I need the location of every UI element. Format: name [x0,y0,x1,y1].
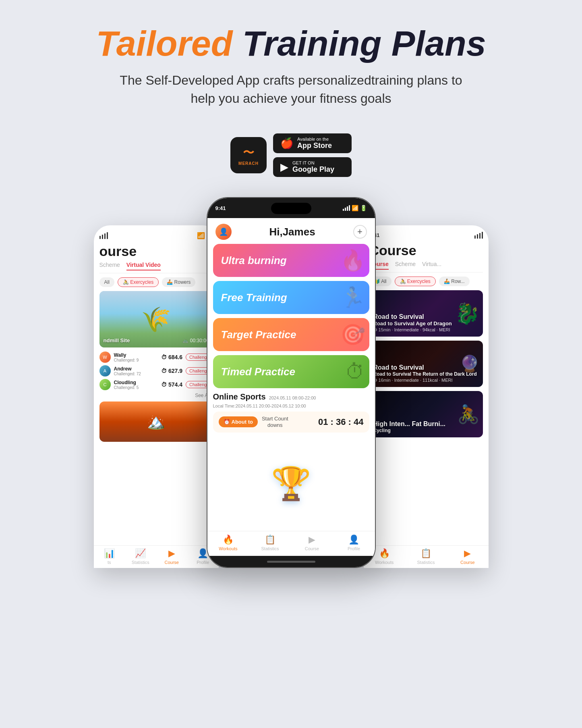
googleplay-text: GET IT ON Google Play [292,160,334,174]
store-column: 🍎 Available on the App Store ▶ GET IT ON… [273,133,352,177]
signal-bars [343,205,350,211]
card-timed-deco: ⏱ [345,360,365,383]
statistics-icon: 📋 [265,535,275,545]
card-ultra-deco: 🔥 [340,249,365,272]
left-phone-nav: 📊 ts 📈 Statistics ▶ Course 👤 Profile [94,545,219,568]
right-tab-scheme[interactable]: Scheme [395,261,416,270]
card-free-training[interactable]: Free Training 🏃 [213,281,369,314]
right-workouts-label: Workouts [375,560,394,565]
leader-info-2: Andrew Challenged: 72 [114,366,141,376]
course-meta-1: ⚙ 15min · Intermediate · 94kcal · MERI [373,327,452,333]
online-sports-title: Online Sports [213,392,266,401]
center-nav-workouts[interactable]: 🔥 Workouts [207,535,249,551]
course-card-2-text: Road to Survival Road to Survival The Re… [373,364,477,383]
nav-statistics[interactable]: 📈 Statistics [125,548,156,565]
training-cards: Ultra burning 🔥 Free Training 🏃 Target P… [207,244,375,388]
course-card-2-content: Road to Survival Road to Survival The Re… [369,341,483,387]
right-nav-statistics[interactable]: 📋 Statistics [405,548,447,565]
trophy-icon: 🏆 [271,465,311,503]
appstore-button[interactable]: 🍎 Available on the App Store [273,133,352,153]
card-free-deco: 🏃 [340,286,365,309]
greeting: Hi,James [269,226,315,238]
status-right: 📶 🔋 [343,205,367,211]
course-title-3: High Inten... Fat Burni... [373,420,446,428]
about-to-label: About to [232,419,253,425]
card-timed-practice[interactable]: Timed Practice ⏱ [213,355,369,388]
card-ultra-burning[interactable]: Ultra burning 🔥 [213,244,369,277]
card-free-label: Free Training [221,291,287,304]
countdown-row: ⏰ About to Start Count downs 01 : 36 : 4… [213,412,369,432]
about-to-button[interactable]: ⏰ About to [219,416,258,427]
card-target-label: Target Practice [221,329,296,341]
video-label: ndmill Site [104,337,130,343]
course-subtitle-3: Cycling [373,428,446,433]
course-card-1-content: Road to Survival Road to Survival Age of… [369,290,483,337]
center-phone-time: 9:41 [215,205,226,211]
filter-exercycles[interactable]: 🚴 Exercycles [118,277,159,287]
home-bar [267,561,315,563]
video-thumbnail[interactable]: 🌾 ndmill Site 🚲 00:30:00 [99,291,213,347]
right-filter-row: 🔰 All 🚴 Exercycles 🚣 Row... [369,277,483,286]
workouts-icon: 🔥 [223,535,234,545]
appstore-line1: Available on the [297,137,332,141]
right-nav-course[interactable]: ▶ Course [447,548,488,565]
nav-course-left[interactable]: ▶ Course [156,548,188,565]
card-timed-label: Timed Practice [221,366,296,378]
leader-avatar-2: A [99,365,111,376]
nav-ts-icon: 📊 [104,548,115,559]
left-filter-row: All 🚴 Exercycles 🚣 Rowers [99,277,213,287]
card-ultra-label: Ultra burning [221,254,287,267]
see-all-link[interactable]: See All> [99,393,213,398]
nav-ts[interactable]: 📊 ts [94,548,125,565]
course-subtitle-1: Road to Survival Age of Dragon [373,320,452,327]
right-course-label: Course [460,560,474,565]
course-subtitle-2: Road to Survival The Return of the Dark … [373,371,477,377]
center-nav-statistics[interactable]: 📋 Statistics [249,535,291,551]
subtitle: The Self-Developed App crafts personaliz… [110,71,472,108]
right-tab-virtual[interactable]: Virtua... [422,261,441,270]
statistics-label: Statistics [261,546,279,551]
course-card-3[interactable]: 🚴 High Inten... Fat Burni... Cycling [369,391,483,437]
leader-avatar-1: W [99,352,111,363]
nav-profile-label: Profile [197,560,209,565]
filter-rowers[interactable]: 🚣 Rowers [162,277,195,287]
right-filter-exercycles[interactable]: 🚴 Exercycles [395,277,436,286]
apple-icon: 🍎 [280,137,293,150]
center-phone-header: 👤 Hi,James + [207,218,375,244]
right-workouts-icon: 🔥 [379,548,390,559]
googleplay-line2: Google Play [292,165,334,174]
right-statistics-label: Statistics [417,560,435,565]
left-phone-title: ourse [99,243,213,259]
right-filter-rowers[interactable]: 🚣 Row... [439,277,470,286]
center-phone: 9:41 📶 🔋 👤 Hi,James + [207,197,376,568]
course-title-1: Road to Survival [373,313,452,320]
filter-all[interactable]: All [99,277,114,287]
video-duration: 🚲 00:30:00 [182,338,209,343]
card-target-practice[interactable]: Target Practice 🎯 [213,318,369,351]
store-buttons: 〜 MERACH 🍎 Available on the App Store ▶ … [230,133,352,177]
center-nav-course[interactable]: ▶ Course [291,535,333,551]
course-card-2[interactable]: 🔮 Road to Survival Road to Survival The … [369,341,483,387]
tab-scheme[interactable]: Scheme [99,262,120,270]
online-sports-time1: 2024.05.11 08:00-22:00 [269,395,316,400]
center-nav-profile[interactable]: 👤 Profile [333,535,375,551]
card-target-deco: 🎯 [340,323,365,346]
home-indicator [207,556,375,567]
course-card-1[interactable]: 🐉 Road to Survival Road to Survival Age … [369,290,483,337]
add-button[interactable]: + [353,225,367,239]
online-sports: Online Sports 2024.05.11 08:00-22:00 Loc… [207,388,375,436]
course-card-3-content: High Inten... Fat Burni... Cycling [369,391,483,437]
leader-info-1: Wally Challenged: 9 [114,352,139,362]
course-nav-icon: ▶ [309,535,315,545]
googleplay-button[interactable]: ▶ GET IT ON Google Play [273,157,352,177]
leader-row-3: C Cloudling Challenged: 5 ⏱ 574.4 Challe… [99,379,213,390]
course-card-1-text: Road to Survival Road to Survival Age of… [373,313,452,333]
nav-course-icon: ▶ [168,548,175,559]
leader-row-2: A Andrew Challenged: 72 ⏱ 627.9 Challeng… [99,365,213,376]
clock-icon: ⏰ [224,419,230,425]
tab-virtual-video[interactable]: Virtual Video [126,262,161,270]
left-phone-content: 📶 🔋 ourse Scheme Virtual Video All 🚴 Exe… [94,225,219,568]
user-avatar: 👤 [215,224,232,240]
merach-logo[interactable]: 〜 MERACH [230,137,267,173]
right-phone-tabs: Course Scheme Virtua... [369,261,483,272]
